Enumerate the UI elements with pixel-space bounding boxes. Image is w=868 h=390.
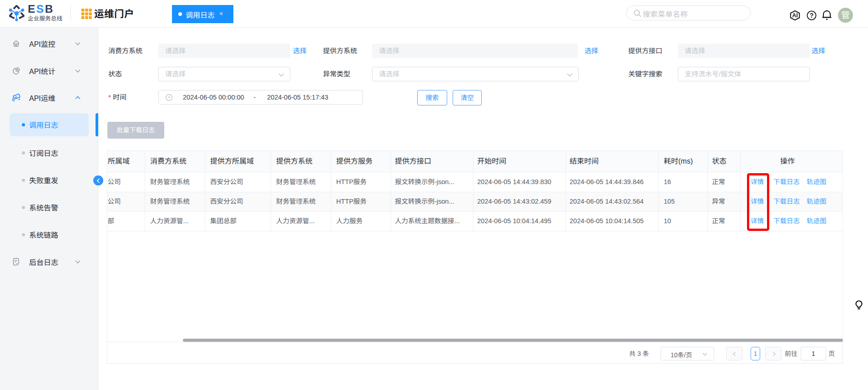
svg-text:AI: AI xyxy=(792,12,798,19)
svg-text:?: ? xyxy=(810,12,814,19)
